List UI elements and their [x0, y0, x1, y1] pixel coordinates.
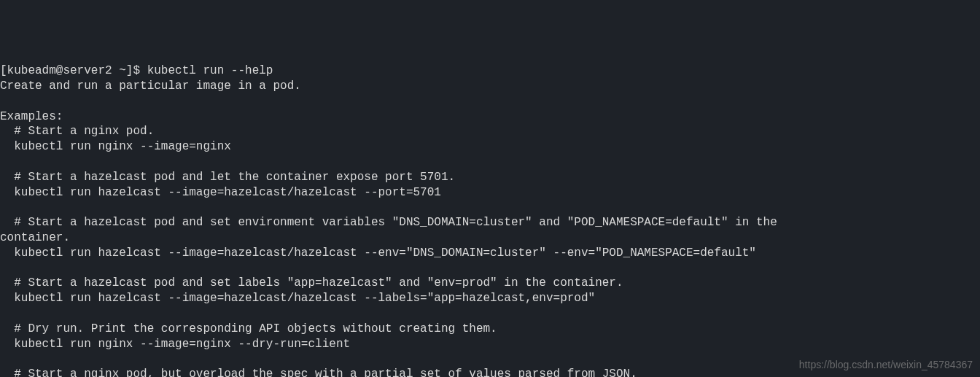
- terminal-output: [kubeadm@server2 ~]$ kubectl run --help …: [0, 63, 980, 377]
- command-output: Create and run a particular image in a p…: [0, 79, 777, 377]
- shell-command: kubectl run --help: [147, 64, 273, 77]
- watermark-text: https://blog.csdn.net/weixin_45784367: [799, 358, 973, 371]
- shell-prompt: [kubeadm@server2 ~]$: [0, 64, 147, 77]
